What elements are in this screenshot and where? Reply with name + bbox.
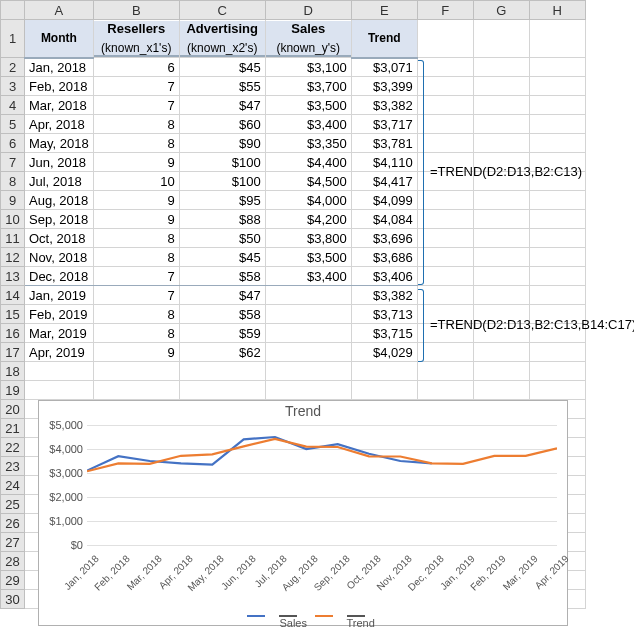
cell[interactable]: Sales (known_y's): [265, 20, 351, 58]
cell[interactable]: $58: [179, 267, 265, 286]
cell[interactable]: 9: [93, 153, 179, 172]
cell[interactable]: $3,686: [351, 248, 417, 267]
row-header[interactable]: 16: [1, 324, 25, 343]
row-header[interactable]: 29: [1, 571, 25, 590]
cell[interactable]: $3,696: [351, 229, 417, 248]
row-header[interactable]: 2: [1, 58, 25, 77]
cell[interactable]: May, 2018: [25, 134, 94, 153]
cell[interactable]: [265, 381, 351, 400]
cell[interactable]: [93, 381, 179, 400]
cell[interactable]: $3,071: [351, 58, 417, 77]
cell[interactable]: 6: [93, 58, 179, 77]
row-header[interactable]: 12: [1, 248, 25, 267]
cell[interactable]: [529, 286, 585, 305]
cell[interactable]: $4,110: [351, 153, 417, 172]
cell[interactable]: $60: [179, 115, 265, 134]
cell[interactable]: [265, 362, 351, 381]
cell[interactable]: $47: [179, 286, 265, 305]
row-header[interactable]: 21: [1, 419, 25, 438]
cell[interactable]: $55: [179, 77, 265, 96]
col-header[interactable]: A: [25, 1, 94, 20]
cell[interactable]: [473, 381, 529, 400]
chart[interactable]: Trend $5,000 $4,000 $3,000 $2,000 $1,000…: [38, 400, 568, 626]
cell[interactable]: [473, 267, 529, 286]
cell[interactable]: [529, 20, 585, 58]
cell[interactable]: $88: [179, 210, 265, 229]
cell[interactable]: Trend: [351, 20, 417, 58]
cell[interactable]: 8: [93, 305, 179, 324]
cell[interactable]: [265, 305, 351, 324]
cell[interactable]: [529, 134, 585, 153]
cell[interactable]: 10: [93, 172, 179, 191]
cell[interactable]: [265, 343, 351, 362]
col-header[interactable]: G: [473, 1, 529, 20]
cell[interactable]: Feb, 2019: [25, 305, 94, 324]
cell[interactable]: $90: [179, 134, 265, 153]
cell[interactable]: Resellers (known_x1's): [93, 20, 179, 58]
row-header[interactable]: 30: [1, 590, 25, 609]
cell[interactable]: Mar, 2019: [25, 324, 94, 343]
col-header[interactable]: F: [417, 1, 473, 20]
cell[interactable]: $4,029: [351, 343, 417, 362]
cell[interactable]: 8: [93, 229, 179, 248]
cell[interactable]: [417, 381, 473, 400]
cell[interactable]: [179, 362, 265, 381]
row-header[interactable]: 7: [1, 153, 25, 172]
cell[interactable]: [529, 115, 585, 134]
row-header[interactable]: 28: [1, 552, 25, 571]
cell[interactable]: [473, 115, 529, 134]
cell[interactable]: Feb, 2018: [25, 77, 94, 96]
col-header[interactable]: E: [351, 1, 417, 20]
cell[interactable]: [473, 58, 529, 77]
cell[interactable]: Jul, 2018: [25, 172, 94, 191]
cell[interactable]: [417, 20, 473, 58]
cell[interactable]: Nov, 2018: [25, 248, 94, 267]
cell[interactable]: $47: [179, 96, 265, 115]
cell[interactable]: $3,717: [351, 115, 417, 134]
cell[interactable]: Advertising (known_x2's): [179, 20, 265, 58]
cell[interactable]: $3,350: [265, 134, 351, 153]
col-header[interactable]: B: [93, 1, 179, 20]
cell[interactable]: [473, 286, 529, 305]
cell[interactable]: $62: [179, 343, 265, 362]
cell[interactable]: 7: [93, 267, 179, 286]
row-header[interactable]: 24: [1, 476, 25, 495]
cell[interactable]: [417, 134, 473, 153]
cell[interactable]: [473, 134, 529, 153]
cell[interactable]: Jan, 2018: [25, 58, 94, 77]
row-header[interactable]: 10: [1, 210, 25, 229]
col-header[interactable]: H: [529, 1, 585, 20]
cell[interactable]: [417, 229, 473, 248]
row-header[interactable]: 20: [1, 400, 25, 419]
cell[interactable]: Oct, 2018: [25, 229, 94, 248]
cell[interactable]: $50: [179, 229, 265, 248]
cell[interactable]: [351, 362, 417, 381]
cell[interactable]: $3,100: [265, 58, 351, 77]
cell[interactable]: [93, 362, 179, 381]
cell[interactable]: [473, 96, 529, 115]
cell[interactable]: $3,700: [265, 77, 351, 96]
cell[interactable]: $3,500: [265, 248, 351, 267]
cell[interactable]: $3,500: [265, 96, 351, 115]
cell[interactable]: [473, 343, 529, 362]
row-header[interactable]: 15: [1, 305, 25, 324]
cell[interactable]: [179, 381, 265, 400]
cell[interactable]: $4,500: [265, 172, 351, 191]
cell[interactable]: [417, 77, 473, 96]
cell[interactable]: [417, 96, 473, 115]
cell[interactable]: $4,084: [351, 210, 417, 229]
cell[interactable]: $3,406: [351, 267, 417, 286]
row-header[interactable]: 18: [1, 362, 25, 381]
cell[interactable]: 8: [93, 248, 179, 267]
cell[interactable]: $3,800: [265, 229, 351, 248]
cell[interactable]: Jun, 2018: [25, 153, 94, 172]
cell[interactable]: [417, 343, 473, 362]
cell[interactable]: [529, 267, 585, 286]
cell[interactable]: 8: [93, 324, 179, 343]
cell[interactable]: [529, 191, 585, 210]
cell[interactable]: [473, 210, 529, 229]
cell[interactable]: 7: [93, 77, 179, 96]
row-header[interactable]: 8: [1, 172, 25, 191]
cell[interactable]: $4,099: [351, 191, 417, 210]
cell[interactable]: 7: [93, 286, 179, 305]
